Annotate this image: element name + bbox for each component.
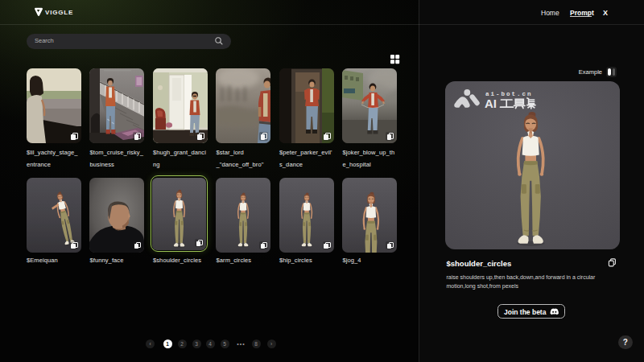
svg-text:AI: AI	[485, 97, 497, 110]
